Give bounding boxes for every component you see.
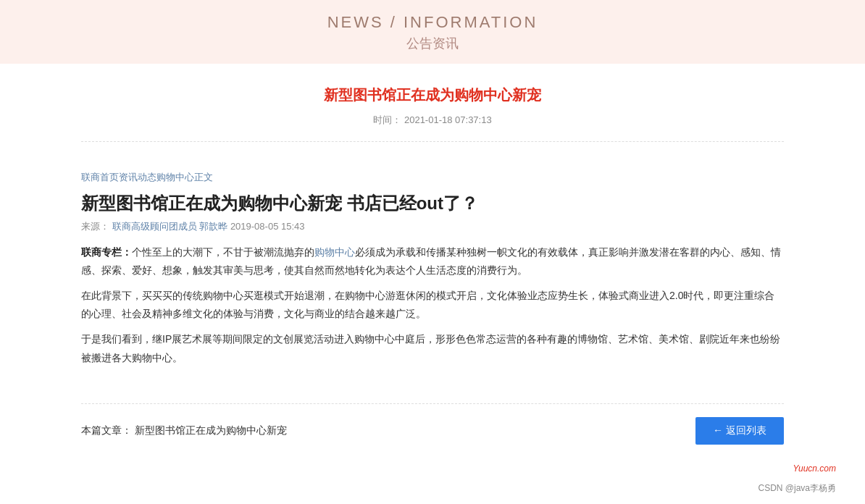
bold-label-1: 联商专栏：	[81, 246, 132, 258]
footer-label: 本篇文章：	[81, 424, 132, 436]
header-banner: NEWS / INFORMATION 公告资讯	[0, 0, 865, 64]
time-value: 2021-01-18 07:37:13	[404, 114, 492, 125]
footer-title: 新型图书馆正在成为购物中心新宠	[135, 424, 287, 436]
footer-article-info: 本篇文章： 新型图书馆正在成为购物中心新宠	[81, 424, 287, 437]
watermark-text: Yuucn.com	[793, 463, 836, 474]
breadcrumb-text: 联商首页资讯动态购物中心正文	[81, 172, 213, 182]
credit-text: CSDN @java李杨勇	[758, 483, 836, 493]
article-source: 来源： 联商高级顾问团成员 郭歆晔 2019-08-05 15:43	[81, 220, 784, 233]
article-body: 联商首页资讯动态购物中心正文 新型图书馆正在成为购物中心新宠 书店已经out了？…	[81, 142, 784, 389]
footer-bar: 本篇文章： 新型图书馆正在成为购物中心新宠 ← 返回列表	[81, 403, 784, 458]
article-paragraph-1: 联商专栏：个性至上的大潮下，不甘于被潮流抛弃的购物中心必须成为承载和传播某种独树…	[81, 243, 784, 280]
watermark: Yuucn.com	[0, 458, 865, 479]
article-header-title: 新型图书馆正在成为购物中心新宠	[81, 85, 784, 105]
article-main-heading: 新型图书馆正在成为购物中心新宠 书店已经out了？	[81, 191, 784, 216]
article-header: 新型图书馆正在成为购物中心新宠 时间： 2021-01-18 07:37:13	[81, 64, 784, 142]
header-en-title: NEWS / INFORMATION	[14, 13, 851, 32]
source-name: 联商高级顾问团成员 郭歆晔	[112, 221, 228, 232]
article-paragraph-3: 于是我们看到，继IP展艺术展等期间限定的文创展览活动进入购物中心中庭后，形形色色…	[81, 330, 784, 366]
bottom-credit: CSDN @java李杨勇	[0, 479, 865, 502]
page-wrapper: NEWS / INFORMATION 公告资讯 新型图书馆正在成为购物中心新宠 …	[0, 0, 865, 504]
link-shopping-center[interactable]: 购物中心	[314, 246, 355, 258]
back-button[interactable]: ← 返回列表	[695, 417, 784, 445]
article-paragraph-2: 在此背景下，买买买的传统购物中心买逛模式开始退潮，在购物中心游逛休闲的模式开启，…	[81, 287, 784, 323]
article-meta: 时间： 2021-01-18 07:37:13	[81, 114, 784, 127]
breadcrumb: 联商首页资讯动态购物中心正文	[81, 149, 784, 191]
header-zh-title: 公告资讯	[14, 35, 851, 52]
time-label: 时间：	[373, 114, 401, 125]
source-date: 2019-08-05 15:43	[230, 221, 305, 232]
content-area: 新型图书馆正在成为购物中心新宠 时间： 2021-01-18 07:37:13 …	[52, 64, 813, 458]
source-prefix: 来源：	[81, 221, 109, 232]
